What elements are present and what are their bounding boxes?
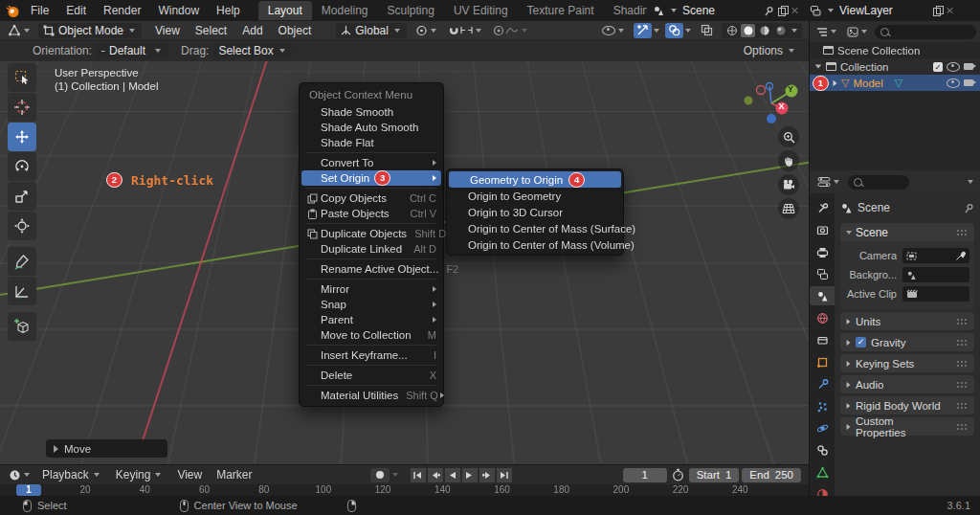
- start-frame-field[interactable]: Start1: [689, 468, 740, 482]
- outliner-display-mode-icon[interactable]: [844, 24, 872, 39]
- menu-help[interactable]: Help: [208, 0, 249, 21]
- tab-object-data-icon[interactable]: [810, 462, 835, 481]
- panel-grip[interactable]: [956, 339, 969, 346]
- disable-render-icon[interactable]: [964, 79, 973, 86]
- scene-selector[interactable]: Scene: [647, 1, 804, 20]
- gizmo-y-label[interactable]: Y: [788, 84, 793, 94]
- pivot-point-icon[interactable]: [412, 23, 441, 38]
- tool-measure[interactable]: [8, 277, 36, 305]
- outliner-search-input[interactable]: [875, 25, 976, 39]
- menu-item-duplicate-objects[interactable]: Duplicate ObjectsShift D: [300, 226, 443, 241]
- menu-item-delete[interactable]: DeleteX: [300, 368, 443, 383]
- properties-options-chevron[interactable]: [968, 180, 973, 184]
- tool-cursor[interactable]: [8, 93, 36, 122]
- shading-material-icon[interactable]: [757, 24, 771, 37]
- tab-constraints-icon[interactable]: [810, 440, 835, 459]
- transform-orientation-dropdown[interactable]: Global: [336, 23, 407, 38]
- outliner-row-model[interactable]: 1 ▽ Model ▽: [810, 75, 980, 91]
- menu-item-convert-to[interactable]: Convert To: [300, 155, 443, 170]
- disclosure-open-icon[interactable]: [815, 65, 821, 69]
- tab-shading[interactable]: Shading: [604, 1, 647, 20]
- menu-view[interactable]: View: [170, 468, 209, 481]
- tab-texture-paint[interactable]: Texture Paint: [518, 1, 604, 20]
- hide-eye-icon[interactable]: [947, 78, 960, 88]
- tab-view-layer-icon[interactable]: [810, 264, 835, 283]
- panel-audio[interactable]: Audio: [840, 375, 974, 393]
- panel-rigid-body-world[interactable]: Rigid Body World: [840, 396, 974, 414]
- menu-item-snap[interactable]: Snap: [300, 297, 443, 312]
- options-dropdown[interactable]: Options: [739, 43, 801, 58]
- menu-keying[interactable]: Keying: [109, 468, 170, 481]
- tab-layout[interactable]: Layout: [258, 1, 312, 20]
- disclosure-closed-icon[interactable]: [834, 79, 837, 85]
- operator-panel-move[interactable]: Move: [46, 439, 167, 458]
- menu-marker[interactable]: Marker: [210, 468, 258, 481]
- menu-playback[interactable]: Playback: [35, 468, 108, 481]
- stopwatch-icon[interactable]: [672, 468, 684, 481]
- menu-add[interactable]: Add: [234, 24, 270, 37]
- tab-object-icon[interactable]: [810, 352, 835, 371]
- jump-to-start-button[interactable]: [411, 468, 426, 482]
- gravity-checkbox[interactable]: ✓: [856, 337, 866, 347]
- tool-select-box[interactable]: [8, 63, 36, 92]
- panel-units[interactable]: Units: [840, 312, 974, 330]
- auto-keying-record-icon[interactable]: [370, 468, 390, 482]
- current-frame-field[interactable]: 1: [623, 468, 667, 482]
- menu-item-shade-auto-smooth[interactable]: Shade Auto Smooth: [300, 120, 443, 135]
- close-viewlayer-icon[interactable]: [946, 7, 953, 14]
- pin-icon[interactable]: [764, 6, 774, 16]
- background-scene-field[interactable]: [902, 267, 969, 282]
- shading-solid-icon[interactable]: [741, 24, 755, 37]
- submenu-item-origin-to-3d-cursor[interactable]: Origin to 3D Cursor: [447, 204, 623, 220]
- properties-editor-type-icon[interactable]: [814, 174, 844, 190]
- menu-view[interactable]: View: [147, 24, 188, 37]
- prev-keyframe-button[interactable]: [428, 468, 443, 482]
- close-scene-icon[interactable]: [791, 7, 798, 14]
- tool-rotate[interactable]: [8, 152, 36, 181]
- zoom-icon[interactable]: [778, 126, 799, 147]
- tab-world-icon[interactable]: [810, 308, 835, 327]
- scene-panel-header[interactable]: Scene: [840, 223, 974, 241]
- submenu-item-geometry-to-origin[interactable]: Geometry to Origin4: [449, 171, 621, 188]
- outliner-filter-icon[interactable]: [813, 24, 841, 39]
- tab-particles-icon[interactable]: [810, 396, 835, 415]
- menu-item-rename-active-object[interactable]: Rename Active Object...F2: [300, 261, 443, 277]
- keying-options-chevron[interactable]: [392, 473, 398, 477]
- menu-item-set-origin[interactable]: Set Origin3: [301, 170, 441, 186]
- breadcrumb-scene[interactable]: Scene: [858, 201, 890, 214]
- viewlayer-selector[interactable]: ViewLayer: [804, 1, 959, 20]
- snap-magnet-icon[interactable]: [445, 23, 486, 38]
- tab-modifiers-icon[interactable]: [810, 374, 835, 393]
- play-button[interactable]: [462, 468, 478, 482]
- panel-grip[interactable]: [956, 423, 969, 430]
- menu-item-parent[interactable]: Parent: [300, 312, 443, 327]
- active-clip-field[interactable]: [902, 286, 969, 302]
- timeline-editor-type-icon[interactable]: [6, 467, 34, 482]
- tab-output-icon[interactable]: [810, 242, 835, 261]
- new-viewlayer-icon[interactable]: [933, 6, 942, 15]
- tab-collection-icon[interactable]: [810, 330, 835, 349]
- menu-edit[interactable]: Edit: [57, 0, 95, 21]
- menu-item-material-utilities[interactable]: Material UtilitiesShift Q: [300, 388, 443, 403]
- properties-search-input[interactable]: [848, 175, 909, 190]
- menu-window[interactable]: Window: [149, 0, 208, 21]
- camera-view-icon[interactable]: [778, 174, 799, 195]
- panel-custom-properties[interactable]: Custom Properties: [840, 417, 974, 436]
- end-frame-field[interactable]: End250: [742, 468, 801, 482]
- tool-transform[interactable]: [8, 212, 36, 240]
- collection-checkbox[interactable]: ✓: [933, 62, 943, 72]
- panel-grip[interactable]: [956, 229, 969, 235]
- xray-toggle-icon[interactable]: [698, 23, 716, 38]
- menu-item-mirror[interactable]: Mirror: [300, 281, 443, 297]
- submenu-item-origin-to-com-surface[interactable]: Origin to Center of Mass (Surface): [447, 220, 623, 236]
- tab-physics-icon[interactable]: [810, 418, 835, 437]
- tab-modeling[interactable]: Modeling: [312, 1, 378, 20]
- tool-move[interactable]: [8, 123, 36, 151]
- tool-scale[interactable]: [8, 182, 36, 211]
- tab-scene-icon[interactable]: [810, 286, 835, 305]
- panel-grip[interactable]: [956, 381, 969, 388]
- tab-tool-icon[interactable]: [810, 198, 835, 217]
- panel-grip[interactable]: [956, 360, 969, 367]
- jump-to-end-button[interactable]: [497, 468, 512, 482]
- drag-dropdown[interactable]: Select Box: [213, 43, 291, 58]
